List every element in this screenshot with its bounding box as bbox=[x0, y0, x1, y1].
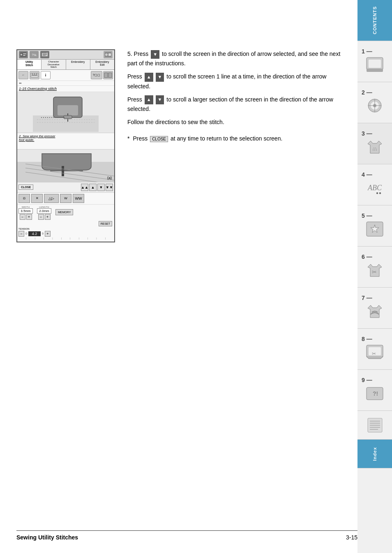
sidebar-tab-contents[interactable]: CONTENTS bbox=[357, 0, 392, 41]
tension-min: 0 bbox=[25, 232, 27, 235]
stitch-icon-omega: Ω bbox=[18, 194, 30, 203]
step5-arrow-down3[interactable]: ▼ bbox=[156, 95, 164, 104]
stitch-icon-w: W bbox=[60, 194, 71, 203]
sidebar-tab-4[interactable]: 4 — ABC ● ● bbox=[357, 164, 392, 205]
tension-max: 9 bbox=[42, 232, 44, 235]
screen-text-area: 2. Sew along the presserfoot guide. bbox=[17, 133, 114, 150]
width-minus[interactable]: − bbox=[20, 214, 25, 220]
tension-plus[interactable]: + bbox=[45, 231, 51, 237]
sidebar-tab-5[interactable]: 5 — bbox=[357, 205, 392, 247]
step5-arrow-pair-1: ▲ ▼ bbox=[144, 73, 165, 82]
screen-top-bar: ?¾ bbox=[17, 50, 114, 60]
svg-text:?!: ?! bbox=[373, 390, 378, 397]
tab-7-number: 7 — bbox=[357, 295, 392, 301]
sidebar-tab-1[interactable]: 1 — bbox=[357, 41, 392, 82]
screen-icons-row: ← i ?▢▢ bbox=[17, 70, 114, 81]
length-value: 2.0mm bbox=[37, 208, 51, 214]
help-icon: ?▢▢ bbox=[91, 71, 102, 79]
svg-rect-44 bbox=[104, 73, 108, 78]
notes-icon bbox=[364, 415, 385, 435]
sidebar-tab-6[interactable]: 6 — ✂ bbox=[357, 247, 392, 288]
sidebar-tab-8[interactable]: 8 — ✂ bbox=[357, 329, 392, 370]
svg-rect-31 bbox=[23, 55, 25, 56]
instruction-step-5: 5. Press ▼ to scroll the screen in the d… bbox=[127, 49, 341, 127]
tension-minus[interactable]: − bbox=[18, 231, 24, 237]
screen-icon-3 bbox=[40, 51, 49, 58]
screen-icon-2: ?¾ bbox=[30, 51, 39, 58]
nav-arrow-page-down[interactable]: ▼▼ bbox=[106, 184, 113, 191]
step5-arrow-down-btn[interactable]: ▼ bbox=[151, 50, 159, 59]
contents-label: CONTENTS bbox=[372, 6, 377, 35]
step5-arrow-down2[interactable]: ▼ bbox=[156, 73, 164, 82]
footer-title: Sewing Utility Stitches bbox=[16, 534, 78, 541]
length-buttons: − + bbox=[38, 214, 51, 220]
note-item: * Press CLOSE at any time to return to t… bbox=[127, 135, 341, 142]
note-text2: at any time to return to the selection s… bbox=[171, 135, 282, 142]
controls-row-main: WIDTH 3.5mm − + LENGTH 2.0mm − + MEMORY bbox=[18, 206, 113, 220]
tab-7-icon bbox=[364, 301, 385, 322]
stitch-icon-triangle: △▷ bbox=[44, 194, 59, 203]
memory-button[interactable]: MEMORY bbox=[55, 209, 73, 215]
close-button-note[interactable]: CLOSE bbox=[150, 136, 168, 142]
right-sidebar: CONTENTS 1 — 2 — 3 — bbox=[357, 0, 392, 553]
width-plus[interactable]: + bbox=[26, 214, 32, 220]
sidebar-tab-9[interactable]: 9 — ?! bbox=[357, 370, 392, 411]
tab-3-number: 3 — bbox=[357, 130, 392, 137]
step5-arrow-up2[interactable]: ▲ bbox=[145, 73, 153, 82]
tab-utility-stitch: UtilityStitch bbox=[17, 60, 42, 69]
sidebar-tab-7[interactable]: 7 — bbox=[357, 288, 392, 329]
reset-button[interactable]: RESET bbox=[99, 221, 112, 226]
note-press: Press bbox=[133, 135, 149, 142]
sidebar-tab-2[interactable]: 2 — bbox=[357, 82, 392, 123]
tab-9-icon: ?! bbox=[364, 383, 385, 404]
width-buttons: − + bbox=[20, 214, 32, 220]
asterisk: * bbox=[127, 135, 129, 142]
screen-icon-1 bbox=[19, 51, 28, 58]
svg-point-43 bbox=[36, 73, 37, 74]
note-text: Press CLOSE at any time to return to the… bbox=[133, 135, 282, 142]
tab-6-icon: ✂ bbox=[364, 260, 385, 281]
sidebar-tab-3[interactable]: 3 — bbox=[357, 123, 392, 164]
length-plus[interactable]: + bbox=[45, 214, 51, 220]
tab-4-number: 4 — bbox=[357, 171, 392, 178]
stitch-icon-main bbox=[30, 71, 39, 79]
sidebar-tab-index[interactable]: Index bbox=[357, 440, 392, 468]
nav-arrow-down[interactable]: ▼ bbox=[97, 184, 105, 191]
svg-text:✂: ✂ bbox=[372, 269, 377, 275]
step5-arrow-up3[interactable]: ▲ bbox=[145, 95, 153, 104]
index-label: Index bbox=[372, 447, 377, 461]
screen-image-area-1 bbox=[17, 92, 114, 133]
screen-image-area-2: (a) bbox=[17, 150, 114, 182]
nav-arrow-page-up[interactable]: ▲▲ bbox=[81, 184, 88, 191]
tension-controls: − 0 4.2 9 + bbox=[18, 231, 113, 237]
tab-9-number: 9 — bbox=[357, 377, 392, 383]
screen-controls: WIDTH 3.5mm − + LENGTH 2.0mm − + MEMORY … bbox=[17, 205, 114, 242]
tab-6-number: 6 — bbox=[357, 253, 392, 260]
svg-text:✂: ✂ bbox=[372, 351, 376, 357]
machine-screen-illustration: ?¾ UtilityStitch CharacterDecorativeStit… bbox=[16, 49, 115, 242]
svg-point-29 bbox=[21, 54, 22, 55]
close-button-screen[interactable]: CLOSE bbox=[18, 184, 33, 190]
step5-line1: 5. Press ▼ to scroll the screen in the d… bbox=[127, 49, 341, 68]
tab-5-icon bbox=[364, 219, 385, 240]
length-control: LENGTH 2.0mm − + bbox=[37, 206, 51, 220]
tab-character-decorative: CharacterDecorativeStitch bbox=[42, 60, 66, 69]
tab-8-icon: ✂ bbox=[364, 342, 385, 363]
sidebar-tab-notes[interactable] bbox=[357, 411, 392, 440]
screen-stitch-row: Ω ✕ △▷ W WW bbox=[17, 193, 114, 205]
step5-press2: Press bbox=[127, 73, 144, 80]
svg-rect-1 bbox=[369, 60, 381, 68]
sewing-illustration-2 bbox=[17, 150, 114, 182]
tab-4-icon: ABC ● ● bbox=[364, 178, 385, 198]
svg-rect-45 bbox=[108, 73, 112, 78]
tab-1-icon bbox=[364, 55, 385, 75]
length-minus[interactable]: − bbox=[38, 214, 44, 220]
tension-value: 4.2 bbox=[28, 231, 41, 236]
stitch-icon-ww: WW bbox=[73, 194, 84, 203]
back-icon: ← bbox=[18, 71, 28, 79]
step5-number: 5. bbox=[127, 51, 132, 57]
nav-arrow-up[interactable]: ▲ bbox=[89, 184, 97, 191]
label-a: (a) bbox=[107, 176, 112, 180]
svg-rect-2 bbox=[367, 69, 383, 72]
svg-text:●: ● bbox=[376, 191, 378, 195]
